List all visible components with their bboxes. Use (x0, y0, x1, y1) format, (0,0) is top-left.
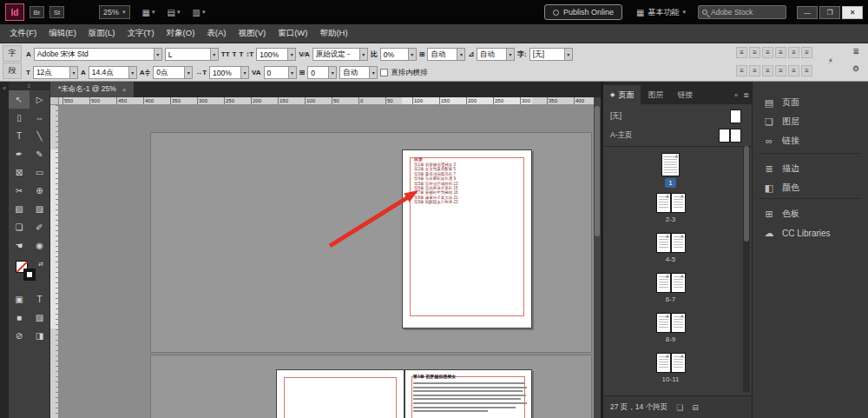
scrollbar-thumb[interactable] (744, 146, 749, 242)
menu-layout[interactable]: 版面(L) (82, 24, 122, 43)
pencil-tool[interactable]: ✎ (30, 145, 49, 163)
page-label[interactable]: 6-7 (666, 295, 676, 304)
swap-colors-icon[interactable]: ⇄ (38, 261, 43, 268)
view-options-dropdown[interactable]: ▦ ▾ (142, 8, 155, 17)
page-item-4-5[interactable]: A A 4-5 (603, 233, 738, 264)
publish-online-button[interactable]: Publish Online (544, 4, 622, 20)
pages-panel-scrollbar[interactable] (743, 146, 750, 392)
close-tab-icon[interactable]: × (122, 86, 127, 94)
tab-links[interactable]: 链接 (670, 85, 700, 104)
menu-type[interactable]: 文字(T) (121, 24, 160, 43)
free-transform-tool[interactable]: ⊕ (30, 182, 49, 200)
all-caps-button[interactable]: TT (221, 50, 230, 58)
align-middle-button[interactable]: ≡ (749, 65, 760, 76)
menu-table[interactable]: 表(A) (201, 24, 232, 43)
gradient-feather-tool[interactable]: ▨ (30, 200, 49, 218)
aki-value-select[interactable]: 0 ▾ (307, 66, 337, 79)
screen-mode-button[interactable]: ◨ (30, 327, 49, 345)
page-thumbnail[interactable]: A (671, 353, 686, 373)
zoom-level-dropdown[interactable]: 25% ▾ (99, 5, 130, 19)
stock-button[interactable]: St (49, 6, 64, 18)
panel-menu-icon[interactable]: ≣ (743, 91, 749, 99)
horizontal-ruler[interactable]: 550 500 450 400 350 300 250 200 150 100 … (59, 97, 594, 105)
baseline-shift-select[interactable]: 0点 ▾ (153, 66, 193, 79)
grid-after-select[interactable]: 自动 ▾ (477, 48, 515, 61)
page-label[interactable]: 4-5 (666, 255, 676, 264)
page-label[interactable]: 1 (665, 178, 675, 188)
page-item-1[interactable]: A 1 (603, 153, 738, 188)
formatting-affects-text-button[interactable]: T (30, 290, 49, 309)
dock-item-swatches[interactable]: ⊞ 色板 (753, 205, 868, 222)
align-left-button[interactable]: ≡ (736, 47, 747, 58)
greeked-text-frame[interactable] (413, 382, 524, 415)
rectangle-frame-tool[interactable]: ⊠ (9, 163, 30, 182)
tab-pages[interactable]: ◈ 页面 (603, 85, 641, 104)
page-thumbnail[interactable]: A (671, 313, 686, 333)
workspace-switcher[interactable]: ▦ 基本功能 ▾ (636, 7, 686, 18)
page-thumbnail[interactable]: A (671, 273, 686, 293)
tatechuyoko-checkbox[interactable] (380, 69, 388, 76)
font-family-select[interactable]: Adobe 宋体 Std ▾ (34, 48, 162, 61)
type-tool[interactable]: T (9, 127, 30, 145)
align-towards-spine-button[interactable]: ≡ (801, 47, 812, 58)
page-thumbnail[interactable]: A (671, 193, 686, 213)
stroke-color-swatch[interactable] (23, 269, 36, 281)
drop-cap-button[interactable]: ≡ (801, 65, 812, 76)
master-a-thumbnail-left[interactable] (719, 129, 730, 143)
note-tool[interactable]: ❏ (9, 218, 30, 236)
rectangle-tool[interactable]: ▭ (30, 163, 49, 182)
menu-help[interactable]: 帮助(H) (313, 24, 353, 43)
page-2-left[interactable] (276, 369, 404, 418)
direct-selection-tool[interactable]: ▷ (30, 90, 49, 109)
apply-color-button[interactable]: ■ (9, 309, 30, 327)
gradient-swatch-tool[interactable]: ▧ (9, 200, 30, 218)
grid-before-select[interactable]: 自动 ▾ (427, 48, 465, 61)
delete-page-icon[interactable]: ⊟ (692, 403, 699, 412)
subscript-button[interactable]: T (239, 50, 243, 58)
align-bottom-button[interactable]: ≡ (762, 65, 773, 76)
tools-panel-grip[interactable]: ≡ (9, 82, 49, 90)
menu-file[interactable]: 文件(F) (3, 24, 43, 43)
dock-item-links[interactable]: ∞ 链接 (753, 132, 868, 149)
menu-object[interactable]: 对象(O) (161, 24, 201, 43)
scissors-tool[interactable]: ✂ (9, 182, 30, 200)
menu-edit[interactable]: 编辑(E) (43, 24, 82, 43)
pen-tool[interactable]: ✒ (9, 145, 30, 163)
panel-menu-icon[interactable]: ≣ (852, 47, 859, 56)
quick-apply-icon[interactable]: ⚡ (828, 56, 833, 65)
page-tool[interactable]: ▯ (9, 109, 30, 127)
page-label[interactable]: 2-3 (666, 215, 676, 224)
zoom-tool[interactable]: ◉ (30, 236, 49, 255)
formatting-affects-container-button[interactable]: ▣ (9, 290, 30, 309)
maximize-button[interactable]: ❐ (819, 6, 840, 19)
page-thumbnail[interactable]: A (656, 193, 671, 213)
new-spread-icon[interactable]: ❏ (676, 403, 683, 412)
menu-window[interactable]: 窗口(W) (272, 24, 313, 43)
eyedropper-tool[interactable]: ✐ (30, 218, 49, 236)
gear-icon[interactable]: ⚙ (852, 64, 859, 73)
justify-button[interactable]: ≡ (775, 47, 786, 58)
selection-tool[interactable]: ↖ (9, 90, 30, 109)
page-label[interactable]: 8-9 (666, 335, 676, 344)
adobe-stock-search-input[interactable]: Adobe Stock (698, 5, 786, 19)
line-tool[interactable]: ╲ (30, 127, 49, 145)
proportional-spacing-select[interactable]: 0% ▾ (380, 48, 417, 61)
apply-gradient-button[interactable]: ▨ (30, 309, 49, 327)
vertical-scale-select[interactable]: 100% ▾ (256, 48, 296, 61)
character-formatting-toggle[interactable]: 字 (3, 45, 22, 62)
dock-item-pages[interactable]: ▤ 页面 (753, 94, 868, 111)
panel-collapse-strip[interactable]: « (0, 82, 9, 418)
page-item-8-9[interactable]: A A 8-9 (603, 313, 738, 344)
hand-tool[interactable]: ☚ (9, 236, 30, 255)
master-none-thumbnail[interactable] (730, 109, 741, 123)
dock-item-cc-libraries[interactable]: ☁ CC Libraries (753, 224, 868, 242)
dock-item-stroke[interactable]: ≣ 描边 (753, 160, 868, 177)
page-label[interactable]: 10-11 (662, 375, 680, 384)
scrollbar-thumb[interactable] (595, 106, 600, 236)
vertical-scrollbar[interactable] (594, 97, 601, 418)
minimize-button[interactable]: — (797, 6, 818, 19)
justify-all-button[interactable]: ≡ (788, 47, 799, 58)
gap-tool[interactable]: ⇔ (30, 109, 49, 127)
apply-none-button[interactable]: ⊘ (9, 327, 30, 345)
page-item-10-11[interactable]: A A 10-11 (603, 353, 738, 384)
